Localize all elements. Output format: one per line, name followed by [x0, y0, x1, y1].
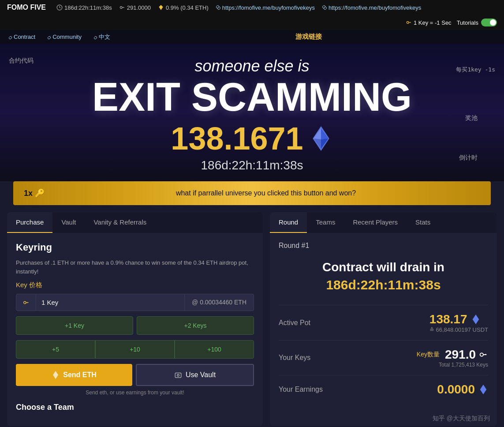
contract-link[interactable]: Contract	[7, 34, 35, 40]
chinese-label: 中文	[99, 33, 110, 41]
choose-team-title: Choose a Team	[16, 403, 254, 412]
active-pot-value-wrap: 138.17 ≙ 66,848.00197 USDT	[429, 312, 488, 333]
stats-divider-3	[279, 375, 488, 375]
drain-text: Contract will drain in 186d:22h:11m:38s	[279, 258, 488, 294]
timer-stat: 186d:22h:11m:38s	[56, 4, 112, 11]
your-earnings-row: Your Earnings 0.0000	[279, 382, 488, 397]
info-text: Purchases of .1 ETH or more have a 0.9% …	[16, 258, 254, 276]
hero-timer: 186d:22h:11m:38s	[7, 158, 497, 172]
top-nav: FOMO FIVE 186d:22h:11m:38s 291.0000 0.9%…	[0, 0, 504, 30]
link-icon-1	[216, 5, 221, 10]
quick-buttons: +1 Key +2 Keys	[16, 316, 254, 335]
right-tab-recent[interactable]: Recent Players	[344, 212, 407, 233]
eth-icon-pot	[471, 315, 481, 324]
price-display: @ 0.00034460 ETH	[185, 294, 254, 311]
left-tab-bar: Purchase Vault Vanity & Referrals	[7, 212, 263, 233]
action-buttons: Send ETH Use Vault	[16, 364, 254, 386]
right-panel: Round Teams Recent Players Stats Round #…	[270, 212, 497, 426]
toggle-switch[interactable]	[481, 19, 497, 26]
total-keys-text: Total 1,725,413 Keys	[439, 362, 488, 368]
community-icon	[46, 34, 51, 40]
plus-buttons: +5 +10 +100	[16, 340, 254, 359]
brand-label: FOMO FIVE	[7, 4, 46, 11]
contract-icon	[7, 34, 12, 40]
panel-title: Keyring	[16, 242, 254, 253]
active-pot-row: Active Pot 138.17 ≙ 66,848.00197 USDT	[279, 312, 488, 333]
use-vault-button[interactable]: Use Vault	[136, 364, 254, 386]
svg-marker-24	[480, 385, 487, 394]
plus2-keys-btn[interactable]: +2 Keys	[137, 316, 254, 335]
airdrop-value: 0.9% (0.34 ETH)	[166, 4, 209, 11]
hero-section: 合约代码 每买1key -1s 奖池 倒计时 someone else is E…	[0, 44, 504, 181]
link1-text: https://fomofive.me/buyfomofivekeys	[222, 4, 315, 11]
your-earnings-label: Your Earnings	[279, 386, 323, 393]
left-panel: Purchase Vault Vanity & Referrals Keyrin…	[7, 212, 263, 426]
send-eth-button[interactable]: Send ETH	[16, 364, 132, 386]
key-icon-input	[22, 299, 30, 306]
svg-marker-17	[53, 371, 58, 379]
plus1-key-btn[interactable]: +1 Key	[16, 316, 133, 335]
key-icon-eq	[406, 19, 412, 26]
eth-amount-display: 138.1671	[7, 120, 497, 157]
key-count-label: Key数量	[417, 351, 440, 359]
stats-divider-1	[279, 305, 488, 305]
svg-point-19	[177, 375, 179, 377]
link2-text: https://fomofive.me/buyfomofivekeys	[329, 4, 421, 11]
tab-vanity[interactable]: Vanity & Referrals	[85, 212, 155, 233]
use-vault-label: Use Vault	[186, 371, 216, 379]
link2[interactable]: https://fomofive.me/buyfomofivekeys	[322, 4, 421, 11]
watermark-text: 知乎 @大天使加百列	[433, 415, 490, 422]
main-content: Purchase Vault Vanity & Referrals Keyrin…	[0, 205, 504, 427]
pot-usdt: ≙ 66,848.00197 USDT	[429, 326, 488, 333]
earnings-number: 0.0000	[437, 382, 475, 397]
svg-point-5	[407, 22, 409, 24]
right-tab-stats[interactable]: Stats	[407, 212, 439, 233]
eth-icon-earnings	[478, 385, 488, 394]
contract-label: Contract	[14, 34, 35, 40]
key-eq-text: 1 Key = -1 Sec	[414, 19, 452, 26]
pot-number: 138.17	[429, 312, 467, 326]
key-price-label: Key 价格	[16, 281, 254, 289]
buy-bar[interactable]: 1x 🔑 what if parrallel universe you clic…	[13, 181, 491, 205]
svg-rect-18	[175, 373, 181, 378]
svg-point-1	[120, 7, 122, 9]
key-count-value: 291.0	[445, 348, 488, 362]
timer-value: 186d:22h:11m:38s	[64, 4, 112, 11]
your-keys-row: Your Keys Key数量 291.0	[279, 348, 488, 368]
game-link-center: 游戏链接	[295, 33, 322, 41]
your-keys-value-wrap: Key数量 291.0 Total 1,725,413 Keys	[417, 348, 488, 368]
keys-value: 291.0000	[127, 4, 151, 11]
chinese-link[interactable]: 中文	[92, 33, 110, 41]
plus10-btn[interactable]: +10	[95, 340, 175, 359]
active-pot-label: Active Pot	[279, 319, 310, 327]
svg-point-21	[480, 353, 483, 356]
right-tab-bar: Round Teams Recent Players Stats	[270, 212, 497, 233]
svg-marker-20	[472, 315, 479, 324]
eth-amount-value: 138.1671	[171, 120, 303, 157]
airdrop-stat: 0.9% (0.34 ETH)	[158, 4, 209, 11]
round-title: Round #1	[279, 242, 488, 250]
svg-marker-10	[321, 128, 329, 139]
tab-purchase[interactable]: Purchase	[7, 212, 52, 233]
right-tab-round[interactable]: Round	[270, 212, 307, 233]
key-count-number: 291.0	[445, 348, 476, 362]
send-hint: Send eth, or use earnings from your vaul…	[16, 390, 254, 396]
community-link[interactable]: Community	[46, 34, 82, 40]
panel-body: Keyring Purchases of .1 ETH or more have…	[7, 233, 263, 421]
right-tab-teams[interactable]: Teams	[307, 212, 344, 233]
tutorials-toggle[interactable]: Tutorials	[457, 19, 497, 26]
key-icon-count	[478, 350, 488, 360]
plus100-btn[interactable]: +100	[175, 340, 254, 359]
vault-icon	[174, 371, 182, 379]
key-icon-nav	[119, 4, 125, 11]
clock-icon	[56, 4, 63, 11]
buy-bar-text: what if parrallel universe you clicked t…	[52, 189, 480, 197]
eth-icon-btn	[52, 371, 60, 379]
link1[interactable]: https://fomofive.me/buyfomofivekeys	[216, 4, 315, 11]
key-quantity-input[interactable]	[36, 294, 185, 311]
svg-marker-4	[159, 5, 163, 10]
chinese-icon	[92, 34, 97, 40]
game-link-label: 游戏链接	[295, 33, 322, 40]
plus5-btn[interactable]: +5	[16, 340, 95, 359]
tab-vault[interactable]: Vault	[52, 212, 85, 233]
